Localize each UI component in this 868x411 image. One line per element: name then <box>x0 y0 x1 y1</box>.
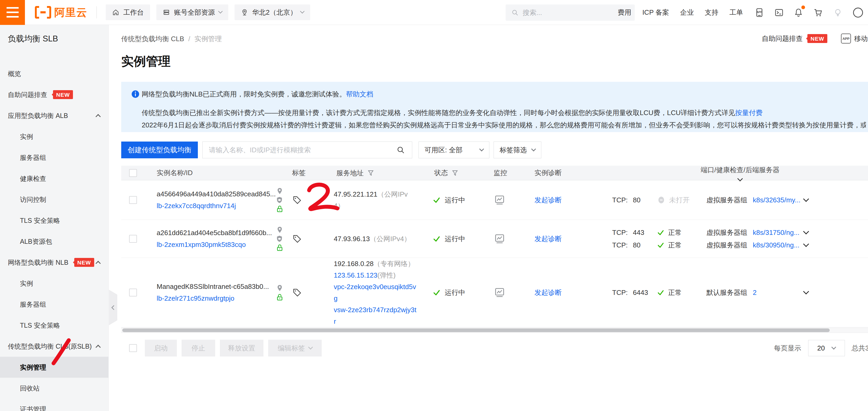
monitor-chart-icon[interactable] <box>494 194 506 206</box>
logo-bracket-left <box>35 6 39 19</box>
instance-id-link[interactable]: lb-2zexm1xpm30pmk5t83cqo <box>157 241 246 248</box>
cart-icon[interactable] <box>813 7 824 18</box>
self-check-link[interactable]: 自助问题排查 <box>762 34 803 43</box>
create-clb-button[interactable]: 创建传统型负载均衡 <box>121 141 198 158</box>
expand-chevron-icon[interactable] <box>803 288 809 295</box>
server-group-link[interactable]: k8s/30950/ng... <box>753 241 804 249</box>
chevron-down-icon[interactable] <box>737 176 743 181</box>
monitor-chart-icon[interactable] <box>494 233 506 245</box>
row-checkbox[interactable] <box>129 288 137 297</box>
diagnose-link[interactable]: 发起诊断 <box>534 288 562 297</box>
sidebar-menu: 概览 自助问题排查NEW 应用型负载均衡 ALB 实例 服务器组 健康检查 访问… <box>0 63 108 411</box>
sidebar-item-alb-instances[interactable]: 实例 <box>0 126 108 147</box>
aliyun-console: 阿里云 工作台 账号全部资源 华北2（北京） 费用 ICP 备案 企业 支持 工… <box>0 0 868 411</box>
expand-chevron-icon[interactable] <box>803 229 809 235</box>
instance-name: a261dd621ad404e5cba8bf1d9f660b... <box>157 227 276 239</box>
mobile-control-link[interactable]: 移动管控 <box>854 34 868 43</box>
eip-link[interactable]: 123.56.15.123 <box>334 271 377 279</box>
vpc-link[interactable]: vpc-2zekoqe3v0eusqiktd5vg <box>334 283 416 302</box>
account-resources-dropdown[interactable]: 账号全部资源 <box>156 4 228 20</box>
app-download-icon[interactable]: APP <box>754 7 765 18</box>
page-size-select[interactable]: 20 <box>808 340 845 356</box>
monitor-chart-icon[interactable] <box>494 286 506 299</box>
tag-icon[interactable] <box>292 287 302 298</box>
instance-id-link[interactable]: lb-2zekx7cc8qqrdthnv714j <box>157 202 236 210</box>
filter-funnel-icon[interactable] <box>367 170 374 176</box>
instance-search-input[interactable] <box>203 146 390 154</box>
sidebar-collapse-handle[interactable] <box>109 289 117 325</box>
sidebar-item-alb-pack[interactable]: ALB资源包 <box>0 231 108 252</box>
row-checkbox[interactable] <box>129 196 137 204</box>
eip-type: (弹性) <box>377 271 396 279</box>
hamburger-menu-icon[interactable] <box>0 0 25 25</box>
sidebar-item-nlb-tls[interactable]: TLS 安全策略 <box>0 315 108 336</box>
sidebar-item-alb[interactable]: 应用型负载均衡 ALB <box>0 105 108 126</box>
banner-line2: 传统型负载均衡已推出全新实例计费方式——按使用量计费，该计费方式无需指定规格，实… <box>142 108 866 117</box>
sidebar-item-overview[interactable]: 概览 <box>0 63 108 84</box>
footer-select-all-checkbox[interactable] <box>129 344 137 352</box>
status-cell: 运行中 <box>430 288 493 297</box>
release-settings-button[interactable]: 释放设置 <box>220 340 264 356</box>
diagnose-link[interactable]: 发起诊断 <box>534 235 562 243</box>
sidebar-item-alb-access-control[interactable]: 访问控制 <box>0 189 108 210</box>
nav-icp[interactable]: ICP 备案 <box>642 8 669 17</box>
sidebar-item-clb-instances[interactable]: 实例管理 <box>0 357 108 378</box>
row-checkbox[interactable] <box>129 235 137 243</box>
account-resources-label: 账号全部资源 <box>174 8 215 17</box>
tag-icon[interactable] <box>292 195 302 205</box>
nav-billing[interactable]: 费用 <box>618 8 631 17</box>
server-group-link[interactable]: 2 <box>753 288 804 297</box>
sidebar-item-self-check[interactable]: 自助问题排查NEW <box>0 84 108 105</box>
instance-search <box>202 141 412 158</box>
nav-support[interactable]: 支持 <box>705 8 718 17</box>
cloudshell-icon[interactable] <box>774 8 784 18</box>
sidebar-item-clb-cert[interactable]: 证书管理 <box>0 399 108 411</box>
select-all-checkbox[interactable] <box>129 169 137 177</box>
lock-icon <box>276 244 284 252</box>
sidebar-item-nlb[interactable]: 网络型负载均衡 NLBNEW <box>0 252 108 273</box>
address-type: （公网IPv4） <box>370 235 411 243</box>
chevron-down-icon <box>218 9 223 13</box>
breadcrumb-separator: / <box>188 35 190 43</box>
sidebar-item-alb-tls[interactable]: TLS 安全策略 <box>0 210 108 231</box>
vsw-link[interactable]: vsw-2ze23rb747rzdp2wjy3tr <box>334 306 416 325</box>
diagnose-link[interactable]: 发起诊断 <box>534 196 562 204</box>
listener-row: TCP: 80 正常 虚拟服务器组 k8s/30950/ng... <box>611 239 868 251</box>
horizontal-scrollbar-thumb[interactable] <box>122 329 830 332</box>
edit-tags-button[interactable]: 编辑标签 <box>268 340 322 356</box>
banner-line1: 网络型负载均衡NLB已正式商用，限时免实例费，诚邀您测试体验。帮助文档 <box>142 90 866 99</box>
avatar[interactable] <box>852 7 864 19</box>
tag-icon[interactable] <box>292 234 302 244</box>
sidebar-item-alb-server-groups[interactable]: 服务器组 <box>0 147 108 168</box>
server-group-link[interactable]: k8s/32635/my... <box>753 196 804 204</box>
sidebar-item-alb-health-check[interactable]: 健康检查 <box>0 168 108 189</box>
nav-tickets[interactable]: 工单 <box>730 8 743 17</box>
workbench-button[interactable]: 工作台 <box>106 4 150 20</box>
aliyun-logo[interactable]: 阿里云 <box>35 5 87 20</box>
notification-bell-icon[interactable] <box>794 8 803 18</box>
help-doc-link[interactable]: 帮助文档 <box>346 90 373 98</box>
sidebar-item-nlb-instances[interactable]: 实例 <box>0 273 108 294</box>
server-group-link[interactable]: k8s/31750/ng... <box>753 229 804 237</box>
zone-filter-label: 可用区: 全部 <box>425 145 462 155</box>
tag-filter-dropdown[interactable]: 标签筛选 <box>494 141 541 158</box>
global-search-input[interactable] <box>523 9 629 17</box>
stop-button[interactable]: 停止 <box>182 340 215 356</box>
zone-filter-dropdown[interactable]: 可用区: 全部 <box>418 141 489 158</box>
col-header-status: 状态 <box>430 168 493 177</box>
expand-chevron-icon[interactable] <box>803 196 809 202</box>
breadcrumb-parent[interactable]: 传统型负载均衡 CLB <box>121 34 184 43</box>
filter-funnel-icon[interactable] <box>452 170 458 176</box>
expand-chevron-icon[interactable] <box>803 241 809 247</box>
pay-as-you-go-link[interactable]: 按量付费 <box>735 109 763 117</box>
search-button[interactable] <box>390 142 412 158</box>
sidebar-item-clb[interactable]: 传统型负载均衡 CLB(原SLB) <box>0 336 108 357</box>
lightbulb-icon[interactable] <box>833 8 843 18</box>
start-button[interactable]: 启动 <box>145 340 177 356</box>
sidebar-item-clb-recycle[interactable]: 回收站 <box>0 378 108 399</box>
status-cell: 运行中 <box>430 234 493 243</box>
region-selector[interactable]: 华北2（北京） <box>235 4 310 20</box>
nav-enterprise[interactable]: 企业 <box>680 8 694 17</box>
instance-id-link[interactable]: lb-2zelr271c95znwdrgtpjo <box>157 294 234 302</box>
sidebar-item-nlb-server-groups[interactable]: 服务器组 <box>0 294 108 315</box>
